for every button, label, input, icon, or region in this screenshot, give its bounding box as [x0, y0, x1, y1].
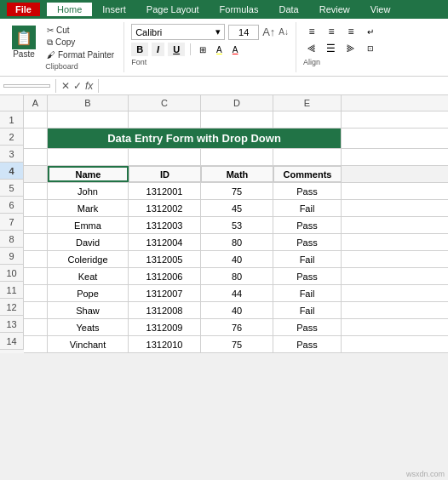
cell-a4[interactable]: [24, 166, 48, 182]
cell-b13[interactable]: Yeats: [48, 319, 129, 335]
underline-button[interactable]: U: [168, 43, 185, 56]
tab-home[interactable]: Home: [47, 3, 92, 16]
cell-c11[interactable]: 1312007: [129, 285, 201, 301]
cell-a12[interactable]: [24, 302, 48, 318]
row-header-10[interactable]: 10: [0, 265, 24, 282]
col-header-c[interactable]: C: [129, 95, 201, 111]
cell-e6[interactable]: Fail: [273, 200, 342, 216]
row-header-12[interactable]: 12: [0, 299, 24, 316]
font-size-input[interactable]: 14: [228, 25, 259, 40]
align-left-button[interactable]: ⫷: [303, 41, 320, 56]
cell-e11[interactable]: Fail: [273, 285, 342, 301]
tab-review[interactable]: Review: [309, 3, 360, 16]
cell-d9[interactable]: 40: [201, 251, 273, 267]
align-center-button[interactable]: ☰: [323, 41, 340, 56]
cancel-formula-icon[interactable]: ✕: [61, 80, 70, 92]
bold-button[interactable]: B: [131, 43, 148, 56]
tab-data[interactable]: Data: [268, 3, 308, 16]
cell-c4[interactable]: ID: [129, 166, 201, 182]
cell-a3[interactable]: [24, 149, 48, 165]
cell-a11[interactable]: [24, 285, 48, 301]
cell-c10[interactable]: 1312006: [129, 268, 201, 284]
confirm-formula-icon[interactable]: ✓: [73, 80, 82, 92]
cell-c9[interactable]: 1312005: [129, 251, 201, 267]
row-header-2[interactable]: 2: [0, 129, 24, 146]
cell-e1[interactable]: [273, 111, 342, 128]
font-color-button[interactable]: A: [229, 43, 242, 56]
cell-b4[interactable]: Name: [48, 166, 129, 182]
format-painter-button[interactable]: 🖌 Format Painter: [44, 49, 117, 60]
cell-b6[interactable]: Mark: [48, 200, 129, 216]
cut-button[interactable]: ✂ Cut: [44, 25, 117, 36]
cell-c14[interactable]: 1312010: [129, 336, 201, 352]
cell-d8[interactable]: 80: [201, 234, 273, 250]
italic-button[interactable]: I: [152, 43, 164, 56]
align-top-center-button[interactable]: ≡: [323, 24, 340, 39]
tab-formulas[interactable]: Formulas: [210, 3, 269, 16]
paste-button[interactable]: 📋 Paste: [7, 24, 41, 60]
cell-c5[interactable]: 1312001: [129, 183, 201, 199]
col-header-d[interactable]: D: [201, 95, 273, 111]
cell-e7[interactable]: Pass: [273, 217, 342, 233]
cell-e13[interactable]: Pass: [273, 319, 342, 335]
cell-d1[interactable]: [201, 111, 273, 128]
cell-c7[interactable]: 1312003: [129, 217, 201, 233]
align-top-right-button[interactable]: ≡: [342, 24, 359, 39]
cell-a6[interactable]: [24, 200, 48, 216]
row-header-3[interactable]: 3: [0, 146, 24, 163]
cell-a13[interactable]: [24, 319, 48, 335]
fill-color-button[interactable]: A: [213, 43, 226, 56]
cell-e8[interactable]: Pass: [273, 234, 342, 250]
cell-e14[interactable]: Pass: [273, 336, 342, 352]
cell-e5[interactable]: Pass: [273, 183, 342, 199]
cell-a14[interactable]: [24, 336, 48, 352]
tab-insert[interactable]: Insert: [92, 3, 136, 16]
file-tab[interactable]: File: [7, 3, 40, 16]
cell-reference-box[interactable]: [3, 84, 50, 88]
cell-e3[interactable]: [273, 149, 342, 165]
cell-b5[interactable]: John: [48, 183, 129, 199]
cell-b12[interactable]: Shaw: [48, 302, 129, 318]
col-header-a[interactable]: A: [24, 95, 48, 111]
tab-view[interactable]: View: [360, 3, 401, 16]
wrap-text-button[interactable]: ↵: [362, 24, 379, 39]
row-header-9[interactable]: 9: [0, 248, 24, 265]
cell-b1[interactable]: [48, 111, 129, 128]
cell-e9[interactable]: Fail: [273, 251, 342, 267]
cell-d11[interactable]: 44: [201, 285, 273, 301]
row-header-14[interactable]: 14: [0, 333, 24, 350]
cell-d10[interactable]: 80: [201, 268, 273, 284]
cell-b3[interactable]: [48, 149, 129, 165]
cell-e12[interactable]: Fail: [273, 302, 342, 318]
cell-b14[interactable]: Vinchant: [48, 336, 129, 352]
cell-c6[interactable]: 1312002: [129, 200, 201, 216]
align-right-button[interactable]: ⫸: [342, 41, 359, 56]
cell-b10[interactable]: Keat: [48, 268, 129, 284]
cell-c13[interactable]: 1312009: [129, 319, 201, 335]
cell-c12[interactable]: 1312008: [129, 302, 201, 318]
formula-input[interactable]: [104, 80, 445, 92]
cell-d4[interactable]: Math: [201, 166, 273, 182]
cell-a9[interactable]: [24, 251, 48, 267]
cell-a1[interactable]: [24, 111, 48, 128]
cell-e10[interactable]: Pass: [273, 268, 342, 284]
font-name-selector[interactable]: Calibri ▾: [131, 24, 225, 40]
row-header-5[interactable]: 5: [0, 180, 24, 197]
cell-b9[interactable]: Coleridge: [48, 251, 129, 267]
row-header-8[interactable]: 8: [0, 231, 24, 248]
increase-font-icon[interactable]: A↑: [262, 26, 275, 38]
cell-c3[interactable]: [129, 149, 201, 165]
col-header-e[interactable]: E: [273, 95, 342, 111]
cell-b8[interactable]: David: [48, 234, 129, 250]
cell-d12[interactable]: 40: [201, 302, 273, 318]
cell-d7[interactable]: 53: [201, 217, 273, 233]
cell-d14[interactable]: 75: [201, 336, 273, 352]
cell-d3[interactable]: [201, 149, 273, 165]
row-header-13[interactable]: 13: [0, 316, 24, 333]
cell-a8[interactable]: [24, 234, 48, 250]
decrease-font-icon[interactable]: A↓: [279, 27, 289, 37]
cell-a2[interactable]: [24, 129, 48, 148]
cell-c8[interactable]: 1312004: [129, 234, 201, 250]
border-button[interactable]: ⊞: [196, 43, 210, 56]
row-header-11[interactable]: 11: [0, 282, 24, 299]
